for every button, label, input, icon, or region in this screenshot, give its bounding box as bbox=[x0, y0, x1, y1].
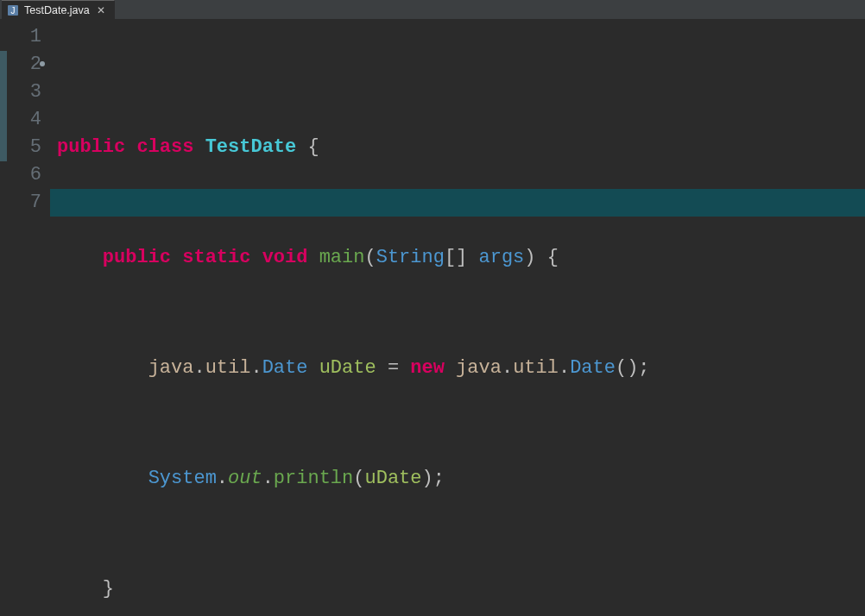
svg-text:J: J bbox=[11, 6, 16, 16]
line-number: 5 bbox=[0, 134, 41, 161]
line-number: 6 bbox=[0, 161, 41, 189]
line-number: 4 bbox=[0, 106, 41, 134]
close-icon[interactable]: ✕ bbox=[95, 4, 107, 16]
code-editor[interactable]: 1 2 3 4 5 6 7 public class TestDate { pu… bbox=[0, 20, 865, 616]
code-line: public class TestDate { bbox=[57, 134, 865, 161]
line-number: 7 bbox=[0, 189, 41, 217]
line-number: 1 bbox=[0, 23, 41, 51]
code-line: public static void main(String[] args) { bbox=[57, 244, 865, 272]
editor-tab-label: TestDate.java bbox=[24, 4, 90, 16]
ide-window: J TestDate.java ✕ 1 2 3 4 5 6 7 public c… bbox=[0, 0, 865, 616]
code-area[interactable]: public class TestDate { public static vo… bbox=[50, 20, 865, 616]
java-file-icon: J bbox=[7, 4, 19, 16]
code-line: } bbox=[57, 575, 865, 603]
code-line: java.util.Date uDate = new java.util.Dat… bbox=[57, 355, 865, 382]
gutter-marker-icon bbox=[40, 61, 45, 66]
code-line: System.out.println(uDate); bbox=[57, 465, 865, 493]
line-number: 2 bbox=[0, 51, 41, 79]
editor-tab-testdate[interactable]: J TestDate.java ✕ bbox=[2, 0, 115, 19]
line-number: 3 bbox=[0, 79, 41, 106]
editor-tabbar: J TestDate.java ✕ bbox=[0, 0, 865, 20]
line-number-gutter: 1 2 3 4 5 6 7 bbox=[0, 20, 50, 616]
